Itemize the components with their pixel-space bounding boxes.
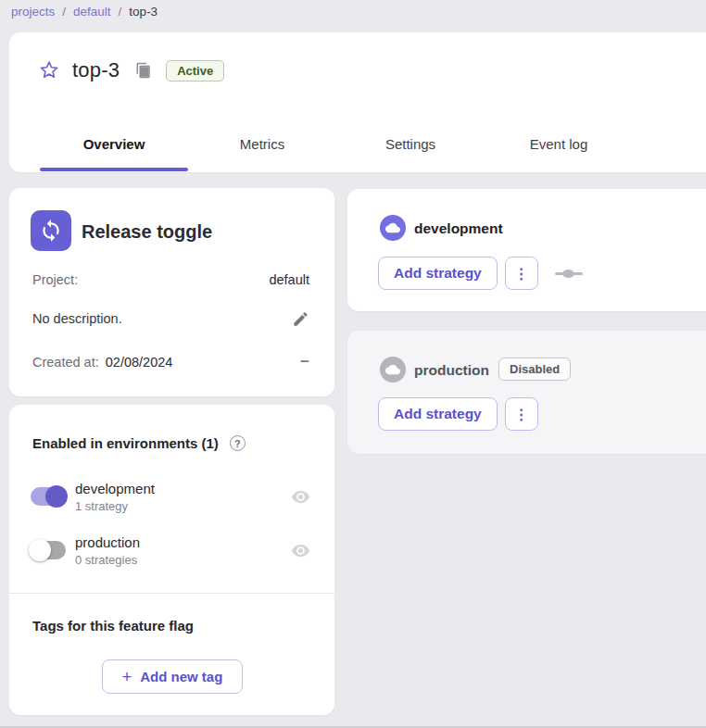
- cloud-icon: [380, 215, 406, 241]
- feature-info-card: Release toggle Project: default No descr…: [9, 188, 334, 396]
- environment-name: production: [75, 534, 290, 550]
- development-environment-card: development Add strategy ⋮: [347, 189, 706, 311]
- add-tag-label: Add new tag: [140, 669, 222, 684]
- favorite-star-icon[interactable]: [37, 58, 61, 82]
- project-label: Project:: [32, 272, 78, 287]
- eye-icon[interactable]: [290, 540, 310, 560]
- cloud-icon: [380, 357, 406, 383]
- more-icon: ⋮: [514, 265, 529, 282]
- add-new-tag-button[interactable]: + Add new tag: [102, 659, 243, 694]
- more-menu-button[interactable]: ⋮: [505, 397, 538, 431]
- environments-panel-header: Enabled in environments (1) ?: [32, 435, 246, 451]
- feature-header-row: top-3 Active: [37, 58, 224, 82]
- created-row: Created at: 02/08/2024 −: [32, 355, 309, 370]
- release-toggle-icon: [31, 210, 71, 251]
- strategy-connector-icon: [555, 269, 583, 278]
- environments-panel-title: Enabled in environments (1): [32, 435, 219, 451]
- created-value: 02/08/2024: [106, 355, 173, 370]
- help-icon[interactable]: ?: [230, 435, 246, 451]
- environment-name: development: [75, 481, 290, 496]
- breadcrumb-current: top-3: [129, 5, 158, 19]
- divider: [9, 593, 334, 594]
- tab-label: Settings: [385, 136, 435, 152]
- environment-strategy-count: 1 strategy: [75, 499, 290, 513]
- tab-event-log[interactable]: Event log: [485, 116, 633, 172]
- add-strategy-button[interactable]: Add strategy: [378, 257, 498, 290]
- tab-overview[interactable]: Overview: [40, 116, 188, 172]
- add-strategy-button[interactable]: Add strategy: [378, 397, 498, 431]
- development-toggle[interactable]: [31, 487, 66, 506]
- environments-panel-card: Enabled in environments (1) ? developmen…: [9, 405, 334, 715]
- tab-label: Metrics: [240, 136, 284, 152]
- strategy-actions-row: Add strategy ⋮: [378, 257, 583, 290]
- environment-strategy-count: 0 strategies: [75, 553, 290, 567]
- copy-icon[interactable]: [134, 61, 153, 80]
- more-icon: ⋮: [514, 406, 529, 423]
- tab-metrics[interactable]: Metrics: [188, 116, 336, 172]
- project-row: Project: default: [32, 272, 309, 287]
- toggle-thumb: [29, 539, 51, 561]
- environment-row-production: production 0 strategies: [31, 533, 310, 568]
- eye-icon[interactable]: [290, 486, 310, 507]
- environment-texts: production 0 strategies: [75, 534, 290, 567]
- tab-label: Overview: [83, 136, 145, 152]
- description-text: No description.: [32, 311, 122, 326]
- plus-icon: +: [122, 669, 132, 685]
- tags-panel-title: Tags for this feature flag: [32, 618, 194, 634]
- project-value: default: [269, 272, 309, 287]
- edit-description-icon[interactable]: [291, 309, 309, 328]
- page-title: top-3: [72, 58, 120, 82]
- breadcrumb-separator: /: [119, 5, 122, 19]
- disabled-badge: Disabled: [498, 358, 571, 381]
- tab-label: Event log: [530, 136, 588, 152]
- breadcrumb-separator: /: [62, 5, 66, 19]
- breadcrumb-link-projects[interactable]: projects: [11, 5, 55, 19]
- description-row: No description.: [32, 309, 309, 328]
- tab-settings[interactable]: Settings: [336, 116, 485, 172]
- page: projects / default / top-3 top-3 Active …: [0, 0, 706, 728]
- status-badge: Active: [166, 60, 224, 82]
- tabs: Overview Metrics Settings Event log: [40, 116, 633, 172]
- environment-row-development: development 1 strategy: [31, 479, 310, 514]
- breadcrumb: projects / default / top-3: [11, 3, 158, 19]
- feature-header-card: top-3 Active Overview Metrics Settings E…: [9, 32, 706, 172]
- production-toggle[interactable]: [31, 541, 66, 559]
- collapse-icon[interactable]: −: [300, 358, 309, 367]
- more-menu-button[interactable]: ⋮: [505, 257, 538, 290]
- strategy-actions-row: Add strategy ⋮: [378, 397, 538, 431]
- production-environment-card: production Disabled Add strategy ⋮: [347, 331, 706, 454]
- environment-texts: development 1 strategy: [75, 481, 290, 513]
- active-tab-underline: [40, 168, 188, 171]
- feature-type-title: Release toggle: [82, 221, 212, 243]
- environment-card-title: production: [414, 362, 489, 379]
- toggle-thumb: [45, 485, 68, 508]
- created-label: Created at:: [32, 355, 99, 370]
- breadcrumb-link-default[interactable]: default: [73, 5, 111, 19]
- environment-card-title: development: [414, 220, 503, 237]
